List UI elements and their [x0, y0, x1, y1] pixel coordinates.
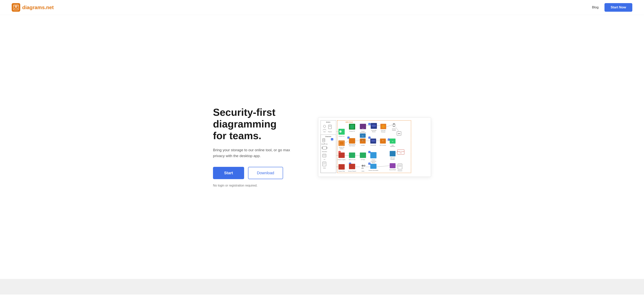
svg-text:IoT: IoT: [324, 159, 326, 160]
start-button[interactable]: Start: [213, 167, 244, 179]
svg-text:Streams: Streams: [372, 131, 376, 132]
svg-text:EPL Function: EPL Function: [380, 144, 386, 146]
svg-text:Data Streams: Data Streams: [349, 145, 355, 146]
hero-left-section: Security-first diagramming for teams. Br…: [213, 107, 302, 187]
svg-text:User: User: [323, 131, 326, 132]
svg-text:DynamoDB: DynamoDB: [370, 144, 376, 146]
svg-text:Amazon: Amazon: [392, 128, 396, 129]
svg-text:Medical: Medical: [372, 162, 375, 163]
download-button[interactable]: Download: [248, 167, 283, 179]
svg-rect-113: [349, 164, 355, 169]
no-login-text: No login or registration required.: [213, 184, 302, 187]
svg-text:SM: SM: [392, 141, 393, 142]
svg-text:Execute Model: Execute Model: [389, 169, 396, 170]
svg-text:Pinpoint: Pinpoint: [392, 129, 396, 131]
svg-text:Processor: Processor: [360, 140, 365, 141]
site-header: diagrams.net Blog Start Now: [0, 0, 644, 15]
svg-text:ElasticSearch: ElasticSearch: [360, 132, 366, 133]
svg-text:IoT Rule: IoT Rule: [361, 159, 365, 160]
svg-text:Editor: Editor: [323, 167, 326, 169]
svg-text:Processor: Processor: [381, 131, 386, 132]
main-content: Security-first diagramming for teams. Br…: [0, 15, 644, 279]
svg-text:AWS Cloud: AWS Cloud: [346, 121, 353, 123]
svg-text:Amazon Personalize: Amazon Personalize: [368, 170, 378, 171]
architecture-diagram: Actors User Players Channels Mobile / We…: [320, 120, 429, 174]
svg-point-116: [364, 165, 366, 167]
svg-rect-122: [390, 163, 396, 168]
cta-buttons: Start Download: [213, 167, 302, 179]
nav-area: Blog Start Now: [592, 3, 632, 12]
svg-text:Data: Data: [400, 152, 402, 153]
svg-point-36: [339, 130, 342, 133]
svg-text:Amazon Kinesis: Amazon Kinesis: [349, 144, 356, 145]
logo-icon: [12, 3, 20, 12]
svg-text:Req: Req: [362, 135, 364, 136]
svg-text:ES: ES: [362, 128, 364, 129]
svg-text:Gateway: Gateway: [340, 148, 344, 149]
header-start-now-button[interactable]: Start Now: [604, 3, 632, 12]
svg-rect-39: [350, 124, 354, 129]
svg-text:Users: Users: [362, 171, 364, 172]
svg-rect-111: [338, 164, 345, 170]
svg-text:AWS IoT Core: AWS IoT Core: [349, 159, 356, 160]
svg-text:Comprehend: Comprehend: [371, 161, 376, 162]
svg-point-74: [371, 140, 375, 142]
svg-rect-16: [323, 139, 325, 141]
svg-rect-26: [323, 154, 326, 156]
diagram-container: Actors User Players Channels Mobile / We…: [318, 117, 431, 177]
svg-text:4: 4: [348, 137, 349, 138]
svg-text:Related "Causal": Related "Causal": [397, 151, 404, 152]
logo-area: diagrams.net: [12, 3, 54, 12]
svg-rect-65: [349, 138, 355, 143]
hero-headline: Security-first diagramming for teams.: [213, 107, 302, 142]
svg-point-18: [324, 143, 325, 144]
headline-line2: for teams.: [213, 130, 262, 141]
svg-text:8: 8: [369, 163, 370, 164]
svg-point-52: [382, 125, 385, 128]
svg-text:λ: λ: [382, 140, 384, 142]
svg-text:SageMaker: SageMaker: [390, 146, 395, 147]
logo-text: diagrams.net: [22, 5, 54, 11]
svg-rect-120: [370, 164, 376, 169]
svg-text:Lambda: Lambda: [361, 144, 365, 146]
svg-point-48: [372, 124, 376, 127]
svg-text:Amazon S3: Amazon S3: [349, 130, 355, 132]
svg-text:Request: Request: [361, 138, 365, 140]
svg-text:Amazon Polly: Amazon Polly: [338, 171, 345, 172]
hero-diagram-section: Actors User Players Channels Mobile / We…: [318, 117, 431, 177]
svg-text:AWS: AWS: [392, 144, 394, 146]
svg-text:Players: Players: [328, 131, 332, 132]
svg-text:API: API: [398, 133, 400, 134]
svg-point-56: [394, 123, 394, 125]
svg-text:DynamoDB: DynamoDB: [371, 130, 376, 131]
svg-text:Wearables: Wearables: [322, 151, 327, 152]
svg-text:7: 7: [369, 151, 370, 153]
svg-text:Formation: Formation: [390, 159, 395, 160]
svg-rect-11: [329, 125, 331, 127]
svg-point-115: [362, 165, 364, 167]
svg-text:AWS Lake: AWS Lake: [390, 157, 395, 158]
svg-text:Amazon Lex: Amazon Lex: [338, 135, 344, 137]
svg-text:1: 1: [332, 139, 332, 140]
svg-rect-99: [370, 152, 376, 158]
headline-line1: Security-first diagramming: [213, 107, 277, 130]
svg-text:Subscriber: Subscriber: [381, 130, 386, 131]
svg-rect-91: [338, 152, 345, 158]
svg-rect-93: [349, 152, 355, 158]
svg-text:Research: Research: [398, 170, 402, 171]
svg-text:Amazon API: Amazon API: [339, 147, 344, 148]
svg-rect-95: [360, 152, 366, 158]
svg-text:Actors: Actors: [326, 121, 330, 123]
footer-bar: [0, 279, 644, 294]
svg-text:6: 6: [369, 137, 370, 138]
svg-text:Amazon: Amazon: [372, 159, 375, 160]
svg-text:Amazon Pinpoint: Amazon Pinpoint: [348, 171, 356, 172]
svg-text:Amazon Cognito: Amazon Cognito: [338, 159, 345, 160]
svg-text:Amazon: Amazon: [361, 130, 365, 132]
svg-text:Channels: Channels: [325, 136, 331, 137]
blog-link[interactable]: Blog: [592, 6, 599, 9]
svg-rect-103: [390, 151, 396, 156]
svg-text:5: 5: [369, 123, 370, 125]
svg-text:9: 9: [388, 139, 389, 140]
hero-subtext: Bring your storage to our online tool, o…: [213, 147, 302, 159]
